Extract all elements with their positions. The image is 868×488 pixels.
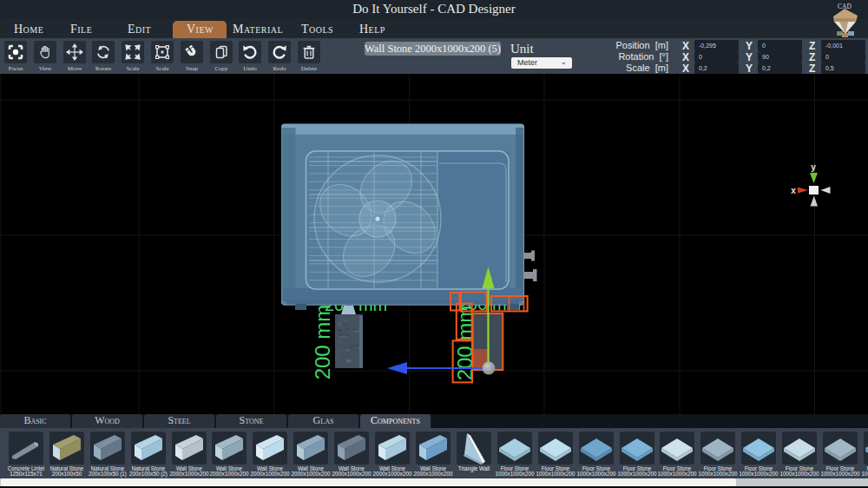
svg-text:CAD: CAD [838,3,852,10]
svg-text:y: y [811,162,816,172]
svg-text:200 mm: 200 mm [311,305,334,380]
svg-text:x: x [791,186,796,195]
